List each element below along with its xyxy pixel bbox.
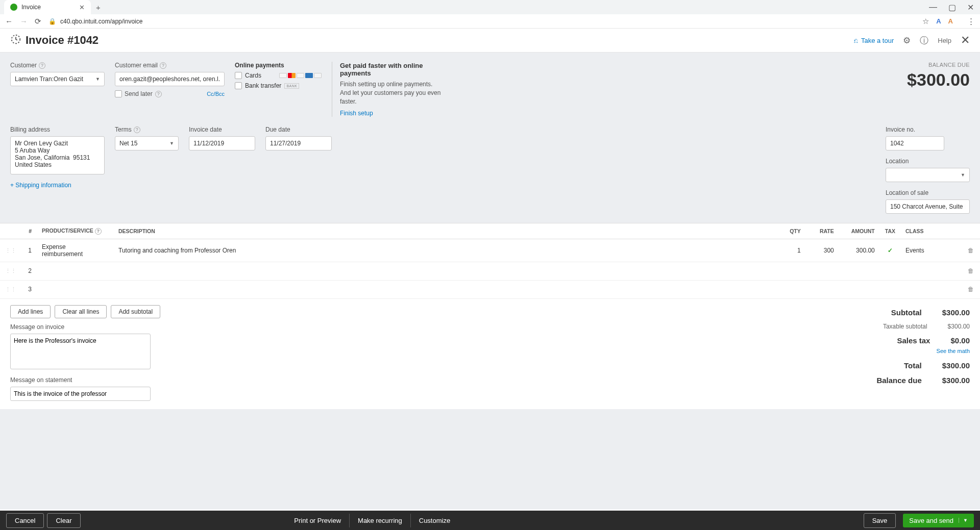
help-icon[interactable]: ⓘ [920,35,928,46]
help-label[interactable]: Help [938,37,951,44]
msg-statement-input[interactable] [10,387,151,401]
cell-product[interactable] [37,262,113,280]
balance-due-label: BALANCE DUE [907,62,970,68]
amex-icon [305,73,313,78]
msg-statement-label: Message on statement [10,376,827,384]
drag-handle-icon[interactable]: ⋮⋮ [5,286,16,292]
close-icon[interactable]: ✕ [961,34,970,47]
cell-rate[interactable] [806,280,839,298]
balance-value: $300.00 [942,376,970,385]
chevron-down-icon: ▼ [169,141,174,146]
tab-close-icon[interactable]: ✕ [79,4,85,11]
table-row[interactable]: ⋮⋮1Expense reimbursementTutoring and coa… [0,239,980,262]
extension-a2-icon[interactable]: A [948,17,953,25]
cell-class[interactable]: Events [900,239,962,262]
balance-due-amount: $300.00 [907,70,970,90]
line-items-table: # PRODUCT/SERVICE ? DESCRIPTION QTY RATE… [0,223,980,299]
cell-product[interactable]: Expense reimbursement [37,239,113,262]
tab-bar: Invoice ✕ + — ▢ ✕ [0,0,980,14]
add-subtotal-button[interactable]: Add subtotal [111,305,160,318]
discover-icon [297,73,304,78]
due-date-input[interactable] [265,136,332,150]
customer-dropdown[interactable]: Lamvien Tran:Oren Gazit ▼ [10,72,105,86]
extension-a-icon[interactable]: A [936,17,941,25]
help-dot-icon[interactable]: ? [95,228,102,235]
bank-checkbox[interactable] [235,82,242,89]
browser-menu-icon[interactable]: ⋮ [967,17,975,26]
terms-dropdown[interactable]: Net 15 ▼ [115,136,179,150]
cell-num: 2 [21,262,37,280]
applepay-icon [314,73,322,78]
location-dropdown[interactable]: ▼ [886,168,970,182]
cell-class[interactable] [900,280,962,298]
cell-tax[interactable] [880,262,900,280]
table-row[interactable]: ⋮⋮2🗑 [0,262,980,280]
customer-label: Customer ? [10,62,105,69]
cell-description[interactable] [113,262,773,280]
cards-checkbox[interactable] [235,72,242,79]
url-field[interactable]: 🔒 c40.qbo.intuit.com/app/invoice [48,18,915,25]
cards-label: Cards [245,72,261,79]
nav-forward-icon[interactable]: → [20,17,28,26]
help-dot-icon[interactable]: ? [155,91,162,97]
trash-icon[interactable]: 🗑 [968,267,974,274]
cell-description[interactable] [113,280,773,298]
finish-setup-link[interactable]: Finish setup [340,110,444,117]
drag-handle-icon[interactable]: ⋮⋮ [5,247,16,254]
new-tab-icon[interactable]: + [96,3,101,12]
page-title: Invoice #1042 [26,34,99,47]
loc-sale-input[interactable] [886,199,970,214]
cell-tax[interactable]: ✓ [880,239,900,262]
invoice-no-input[interactable] [886,136,944,150]
recent-icon[interactable] [10,34,21,47]
cell-product[interactable] [37,280,113,298]
cell-qty[interactable] [773,262,806,280]
send-later-checkbox[interactable] [115,90,122,97]
taxable-label: Taxable subtotal [883,323,927,330]
cell-num: 3 [21,280,37,298]
trash-icon[interactable]: 🗑 [968,286,974,293]
salestax-value: $0.00 [950,336,970,345]
take-tour-link[interactable]: ⎌ Take a tour [854,37,894,44]
msg-invoice-input[interactable] [10,334,151,369]
help-dot-icon[interactable]: ? [160,62,166,69]
window-close-icon[interactable]: ✕ [967,3,974,12]
help-dot-icon[interactable]: ? [39,62,45,69]
gear-icon[interactable]: ⚙ [903,35,911,46]
tour-icon: ⎌ [854,37,858,44]
trash-icon[interactable]: 🗑 [968,247,974,254]
drag-handle-icon[interactable]: ⋮⋮ [5,268,16,274]
invoice-no-label: Invoice no. [886,126,970,133]
th-class: CLASS [900,223,962,239]
shipping-info-link[interactable]: + Shipping information [10,182,71,189]
cell-class[interactable] [900,262,962,280]
add-lines-button[interactable]: Add lines [10,305,51,318]
ccbcc-link[interactable]: Cc/Bcc [207,91,225,97]
cell-amount[interactable] [839,262,880,280]
cell-tax[interactable] [880,280,900,298]
cell-qty[interactable]: 1 [773,239,806,262]
star-icon[interactable]: ☆ [922,17,929,26]
table-row[interactable]: ⋮⋮3🗑 [0,280,980,298]
address-bar: ← → ⟳ 🔒 c40.qbo.intuit.com/app/invoice ☆… [0,14,980,29]
see-math-link[interactable]: See the math [837,348,970,354]
th-qty: QTY [773,223,806,239]
clear-lines-button[interactable]: Clear all lines [55,305,107,318]
cell-rate[interactable] [806,262,839,280]
nav-reload-icon[interactable]: ⟳ [35,17,41,26]
cell-description[interactable]: Tutoring and coaching from Professor Ore… [113,239,773,262]
nav-back-icon[interactable]: ← [5,17,13,26]
window-maximize-icon[interactable]: ▢ [948,3,956,12]
cell-rate[interactable]: 300 [806,239,839,262]
total-value: $300.00 [942,361,970,370]
balance-label: Balance due [876,376,921,385]
browser-tab[interactable]: Invoice ✕ [4,0,91,14]
email-input[interactable] [115,72,225,86]
invoice-date-input[interactable] [189,136,255,150]
cell-qty[interactable] [773,280,806,298]
window-minimize-icon[interactable]: — [929,3,937,12]
help-dot-icon[interactable]: ? [134,127,140,133]
billing-address-input[interactable] [10,136,105,174]
cell-amount[interactable] [839,280,880,298]
cell-amount[interactable]: 300.00 [839,239,880,262]
